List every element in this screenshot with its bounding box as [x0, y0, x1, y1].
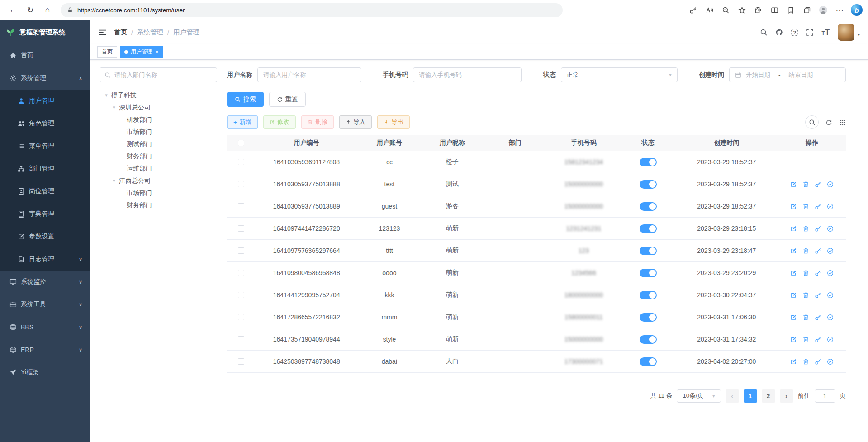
edit-icon[interactable] — [790, 203, 797, 210]
search-button[interactable]: 搜索 — [227, 92, 264, 107]
assign-role-icon[interactable] — [827, 247, 834, 254]
font-size-icon[interactable]: TT — [821, 29, 830, 37]
read-aloud-icon[interactable] — [702, 3, 717, 17]
reset-password-icon[interactable] — [815, 203, 821, 210]
status-toggle[interactable] — [640, 158, 657, 166]
tree-node[interactable]: 市场部门 — [100, 187, 217, 199]
browser-menu-icon[interactable]: ⋯ — [832, 3, 847, 17]
extensions-icon[interactable] — [750, 3, 766, 17]
sidebar-item-system-monitor[interactable]: 系统监控∨ — [0, 271, 90, 293]
breadcrumb-home[interactable]: 首页 — [114, 28, 127, 37]
import-button[interactable]: 导入 — [339, 115, 372, 129]
assign-role-icon[interactable] — [827, 270, 834, 276]
assign-role-icon[interactable] — [827, 225, 834, 232]
edit-icon[interactable] — [790, 336, 797, 343]
sidebar-item-dict-management[interactable]: 字典管理 — [0, 203, 90, 225]
delete-icon[interactable] — [802, 314, 809, 321]
sidebar-item-system-tools[interactable]: 系统工具∨ — [0, 293, 90, 316]
page-size-select[interactable]: 10条/页 ▾ — [677, 389, 721, 403]
assign-role-icon[interactable] — [827, 336, 834, 343]
status-toggle[interactable] — [640, 357, 657, 366]
reset-password-icon[interactable] — [815, 292, 821, 299]
edit-icon[interactable] — [790, 358, 797, 365]
refresh-table-button[interactable] — [825, 119, 832, 126]
export-button[interactable]: 导出 — [377, 115, 410, 129]
status-toggle[interactable] — [640, 291, 657, 299]
row-checkbox[interactable] — [238, 203, 244, 209]
favorites-add-icon[interactable] — [734, 3, 749, 17]
reset-password-icon[interactable] — [815, 336, 821, 343]
delete-icon[interactable] — [802, 181, 809, 188]
collapse-sidebar-icon[interactable] — [98, 29, 107, 36]
row-checkbox[interactable] — [238, 314, 244, 320]
github-icon[interactable] — [775, 29, 783, 36]
delete-icon[interactable] — [802, 270, 809, 276]
reset-button[interactable]: 重置 — [269, 92, 306, 107]
key-icon[interactable] — [685, 3, 701, 17]
status-toggle[interactable] — [640, 335, 657, 344]
delete-icon[interactable] — [802, 247, 809, 254]
sidebar-item-system-management[interactable]: 系统管理∧ — [0, 67, 90, 90]
tree-node[interactable]: ▾江西总公司 — [100, 175, 217, 187]
tree-node[interactable]: 测试部门 — [100, 138, 217, 150]
sidebar-item-erp[interactable]: ERP∨ — [0, 338, 90, 361]
browser-profile-icon[interactable] — [816, 3, 831, 17]
phone-input[interactable] — [419, 71, 516, 78]
delete-icon[interactable] — [802, 225, 809, 232]
tree-node[interactable]: 财务部门 — [100, 199, 217, 211]
select-all-checkbox[interactable] — [238, 140, 244, 146]
sidebar-item-user-management[interactable]: 用户管理 — [0, 90, 90, 112]
row-checkbox[interactable] — [238, 336, 244, 342]
caret-down-icon[interactable]: ▾ — [111, 105, 117, 110]
reload-button[interactable]: ↻ — [23, 3, 38, 17]
assign-role-icon[interactable] — [827, 292, 834, 299]
reset-password-icon[interactable] — [815, 358, 821, 365]
row-checkbox[interactable] — [238, 358, 244, 365]
back-button[interactable]: ← — [5, 3, 21, 17]
edit-icon[interactable] — [790, 181, 797, 188]
username-input[interactable] — [263, 71, 356, 78]
sidebar-item-menu-management[interactable]: 菜单管理 — [0, 135, 90, 157]
status-toggle[interactable] — [640, 269, 657, 277]
row-checkbox[interactable] — [238, 181, 244, 187]
edit-icon[interactable] — [790, 314, 797, 321]
tab-home[interactable]: 首页 — [97, 46, 117, 58]
split-screen-icon[interactable] — [767, 3, 782, 17]
tree-node[interactable]: 市场部门 — [100, 126, 217, 138]
caret-down-icon[interactable]: ▾ — [111, 178, 117, 184]
favorites-icon[interactable] — [783, 3, 798, 17]
row-checkbox[interactable] — [238, 270, 244, 276]
assign-role-icon[interactable] — [827, 358, 834, 365]
delete-button[interactable]: 删除 — [301, 115, 334, 129]
status-toggle[interactable] — [640, 202, 657, 211]
zoom-out-icon[interactable] — [718, 3, 733, 17]
add-button[interactable]: +新增 — [227, 115, 258, 129]
sidebar-item-yi-framework[interactable]: Yi框架 — [0, 361, 90, 384]
tab-user-management[interactable]: 用户管理 × — [120, 46, 163, 58]
edit-icon[interactable] — [790, 225, 797, 232]
edit-icon[interactable] — [790, 247, 797, 254]
assign-role-icon[interactable] — [827, 203, 834, 210]
row-checkbox[interactable] — [238, 225, 244, 232]
assign-role-icon[interactable] — [827, 314, 834, 321]
reset-password-icon[interactable] — [815, 314, 821, 321]
address-bar[interactable]: https://ccnetcore.com:1101/system/user — [61, 3, 563, 17]
delete-icon[interactable] — [802, 336, 809, 343]
tree-node[interactable]: 财务部门 — [100, 150, 217, 162]
status-select[interactable]: 正常 ▾ — [561, 67, 678, 82]
reset-password-icon[interactable] — [815, 270, 821, 276]
home-button[interactable]: ⌂ — [40, 3, 55, 17]
sidebar-item-dept-management[interactable]: 部门管理 — [0, 157, 90, 180]
row-checkbox[interactable] — [238, 292, 244, 298]
next-page-button[interactable]: › — [780, 389, 793, 403]
row-checkbox[interactable] — [238, 159, 244, 165]
caret-down-icon[interactable]: ▾ — [103, 92, 109, 98]
sidebar-item-log-management[interactable]: 日志管理∨ — [0, 248, 90, 271]
edit-icon[interactable] — [790, 270, 797, 276]
status-toggle[interactable] — [640, 313, 657, 322]
delete-icon[interactable] — [802, 292, 809, 299]
status-toggle[interactable] — [640, 224, 657, 233]
collections-icon[interactable] — [799, 3, 815, 17]
user-avatar[interactable] — [838, 24, 854, 41]
sidebar-item-bbs[interactable]: BBS∨ — [0, 316, 90, 338]
